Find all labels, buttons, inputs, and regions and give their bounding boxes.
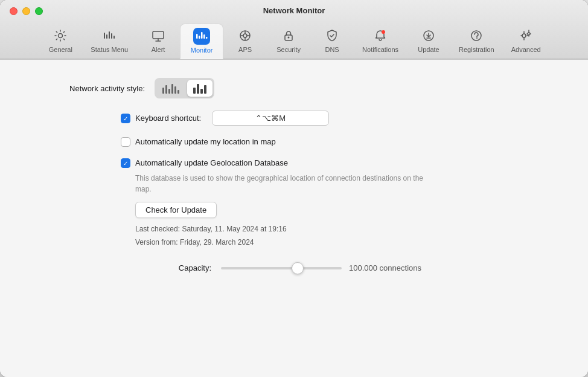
svg-rect-1 <box>104 33 105 39</box>
auto-location-wrapper: Automatically update my location in map <box>121 137 276 147</box>
toolbar-item-alert[interactable]: Alert <box>136 24 180 59</box>
svg-rect-10 <box>203 34 205 39</box>
geo-checkbox-row: ✓ Automatically update Geolocation Datab… <box>121 158 552 168</box>
toolbar-item-advanced[interactable]: Advanced <box>503 24 549 59</box>
bell-icon <box>372 27 389 44</box>
monitor-icon <box>150 27 167 44</box>
toolbar-item-status-menu[interactable]: Status Menu <box>82 24 136 59</box>
version-from: Version from: Friday, 29. March 2024 <box>135 236 552 250</box>
auto-location-row: Automatically update my location in map <box>121 137 552 147</box>
capacity-slider[interactable] <box>221 267 342 269</box>
svg-point-13 <box>243 34 247 37</box>
check-update-button[interactable]: Check for Update <box>135 202 217 218</box>
auto-location-label: Automatically update my location in map <box>135 137 276 146</box>
toolbar-label-registration: Registration <box>459 47 494 53</box>
toolbar-label-status-menu: Status Menu <box>91 47 128 53</box>
last-checked: Last checked: Saturday, 11. May 2024 at … <box>135 223 552 236</box>
close-button[interactable] <box>10 7 18 15</box>
main-window: Network Monitor General <box>0 0 588 377</box>
svg-rect-2 <box>106 34 107 39</box>
auto-geo-checkbox[interactable]: ✓ <box>121 158 130 168</box>
network-activity-label: Network activity style: <box>36 84 145 93</box>
svg-point-15 <box>288 37 290 39</box>
svg-rect-3 <box>109 31 110 39</box>
slider-container: 100.000 connections <box>221 263 421 272</box>
maximize-button[interactable] <box>35 7 43 15</box>
geolocation-block: ✓ Automatically update Geolocation Datab… <box>121 158 552 249</box>
badge-icon <box>468 27 485 44</box>
svg-point-0 <box>59 34 63 38</box>
svg-point-20 <box>522 34 526 37</box>
toolbar-item-notifications[interactable]: Notifications <box>354 24 407 59</box>
toolbar-item-general[interactable]: General <box>39 24 82 59</box>
svg-rect-11 <box>206 37 208 39</box>
toolbar-label-update: Update <box>418 47 439 53</box>
geo-checkmark-icon: ✓ <box>123 160 128 167</box>
keyboard-shortcut-input[interactable] <box>212 111 329 126</box>
download-icon <box>420 27 437 44</box>
lock-icon <box>280 27 297 44</box>
style-button-2[interactable] <box>187 80 213 97</box>
window-title: Network Monitor <box>263 6 325 15</box>
keyboard-shortcut-label: Keyboard shortcut: <box>135 114 201 123</box>
svg-point-16 <box>382 30 385 34</box>
svg-point-19 <box>476 37 478 39</box>
bars-icon <box>101 27 118 44</box>
gear-icon <box>52 27 69 44</box>
toolbar-item-monitor[interactable]: Monitor <box>180 24 223 59</box>
toolbar-item-dns[interactable]: DNS <box>310 24 354 59</box>
keyboard-shortcut-row: ✓ Keyboard shortcut: <box>121 111 552 126</box>
traffic-lights <box>10 7 43 15</box>
monitor-bars-icon <box>193 28 210 45</box>
auto-geo-label: Automatically update Geolocation Databas… <box>135 158 288 167</box>
toolbar-label-notifications: Notifications <box>362 47 398 53</box>
svg-rect-4 <box>111 33 112 39</box>
advanced-icon <box>517 27 534 44</box>
capacity-value: 100.000 connections <box>349 263 421 272</box>
toolbar-label-monitor: Monitor <box>191 47 213 54</box>
toolbar-item-registration[interactable]: Registration <box>450 24 503 59</box>
toolbar-label-general: General <box>49 47 72 53</box>
toolbar-label-alert: Alert <box>152 47 165 53</box>
svg-rect-5 <box>113 36 115 39</box>
date-info: Last checked: Saturday, 11. May 2024 at … <box>135 223 552 249</box>
keyboard-checkbox-wrapper: ✓ Keyboard shortcut: <box>121 111 329 126</box>
keyboard-shortcut-checkbox[interactable]: ✓ <box>121 114 130 123</box>
toolbar-label-advanced: Advanced <box>511 47 541 53</box>
toolbar-item-aps[interactable]: APS <box>223 24 267 59</box>
toolbar-item-security[interactable]: Security <box>267 24 310 59</box>
capacity-row: Capacity: 100.000 connections <box>36 263 552 272</box>
geo-description: This database is used to show the geogra… <box>135 173 437 195</box>
capacity-label: Capacity: <box>36 263 211 272</box>
toolbar-label-dns: DNS <box>325 47 339 53</box>
network-activity-row: Network activity style: <box>36 78 552 98</box>
svg-rect-6 <box>153 31 164 39</box>
style-buttons <box>155 78 214 98</box>
aps-icon <box>237 27 254 44</box>
minimize-button[interactable] <box>22 7 30 15</box>
svg-rect-7 <box>196 34 198 39</box>
checkmark-icon: ✓ <box>123 115 128 122</box>
auto-location-checkbox[interactable] <box>121 137 130 147</box>
titlebar: Network Monitor General <box>0 0 588 59</box>
svg-rect-9 <box>201 32 203 39</box>
toolbar-label-aps: APS <box>238 47 252 53</box>
style-button-1[interactable] <box>156 80 185 97</box>
dns-shield-icon <box>324 27 340 44</box>
content-area: Network activity style: <box>0 59 588 377</box>
toolbar-label-security: Security <box>276 47 301 53</box>
svg-rect-8 <box>199 36 200 39</box>
toolbar-item-update[interactable]: Update <box>407 24 450 59</box>
toolbar: General Status Menu <box>39 21 549 59</box>
